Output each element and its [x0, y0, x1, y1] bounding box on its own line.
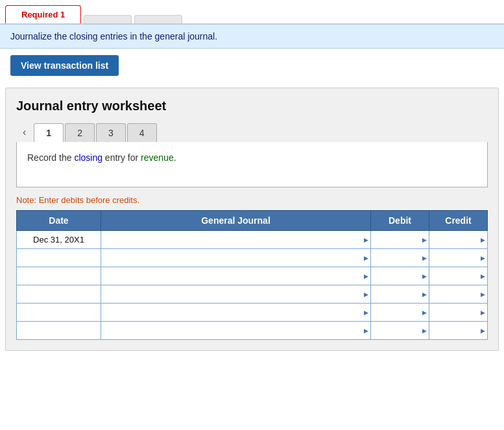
entry-tab-3[interactable]: 3 — [96, 123, 126, 142]
journal-cell-3[interactable] — [101, 267, 371, 285]
table-row: Dec 31, 20X1 — [17, 231, 488, 249]
journal-cell-2[interactable] — [101, 249, 371, 267]
credit-input-2[interactable] — [429, 249, 487, 267]
header-journal: General Journal — [101, 211, 371, 231]
journal-input-1[interactable] — [101, 231, 370, 248]
credit-cell-1[interactable] — [429, 231, 488, 249]
header-date: Date — [17, 211, 101, 231]
date-cell-6 — [17, 322, 101, 340]
info-bar: Journalize the closing entries in the ge… — [0, 24, 504, 49]
entry-tab-1[interactable]: 1 — [34, 123, 64, 142]
journal-input-5[interactable] — [101, 304, 370, 321]
journal-input-6[interactable] — [101, 322, 370, 339]
tab-required-1[interactable]: Required 1 — [5, 5, 81, 23]
credit-cell-5[interactable] — [429, 304, 488, 322]
instruction-highlight-revenue: revenue — [141, 152, 174, 163]
credit-input-5[interactable] — [429, 304, 487, 321]
journal-input-3[interactable] — [101, 267, 370, 285]
worksheet-container: Journal entry worksheet ‹ 1 2 3 4 Record… — [5, 88, 499, 351]
note-text: Note: Enter debits before credits. — [16, 195, 488, 205]
journal-input-2[interactable] — [101, 249, 370, 267]
journal-cell-6[interactable] — [101, 322, 371, 340]
table-row — [17, 249, 488, 267]
debit-cell-6[interactable] — [371, 322, 429, 340]
date-cell-4 — [17, 285, 101, 304]
tab-blank-2[interactable] — [134, 15, 182, 23]
date-cell-1: Dec 31, 20X1 — [17, 231, 101, 249]
tab-blank-1[interactable] — [84, 15, 132, 23]
debit-input-3[interactable] — [371, 267, 429, 285]
table-row — [17, 285, 488, 304]
debit-cell-4[interactable] — [371, 285, 429, 304]
table-row — [17, 267, 488, 285]
instruction-text: Record the closing entry for revenue. — [27, 152, 176, 163]
date-cell-5 — [17, 304, 101, 322]
debit-cell-2[interactable] — [371, 249, 429, 267]
journal-cell-1[interactable] — [101, 231, 371, 249]
debit-input-1[interactable] — [371, 231, 429, 248]
entry-tab-prev-button[interactable]: ‹ — [16, 123, 32, 142]
table-row — [17, 322, 488, 340]
instruction-highlight-closing: closing — [74, 152, 102, 163]
journal-input-4[interactable] — [101, 285, 370, 303]
debit-input-2[interactable] — [371, 249, 429, 267]
header-credit: Credit — [429, 211, 488, 231]
entry-tabs: ‹ 1 2 3 4 — [16, 123, 488, 142]
credit-cell-2[interactable] — [429, 249, 488, 267]
entry-tab-2[interactable]: 2 — [65, 123, 95, 142]
debit-input-6[interactable] — [371, 322, 429, 339]
view-transaction-button[interactable]: View transaction list — [10, 55, 119, 76]
credit-cell-6[interactable] — [429, 322, 488, 340]
instruction-box: Record the closing entry for revenue. — [16, 142, 488, 187]
top-tabs-bar: Required 1 — [0, 0, 504, 24]
info-bar-text: Journalize the closing entries in the ge… — [10, 31, 217, 42]
credit-cell-4[interactable] — [429, 285, 488, 304]
worksheet-title: Journal entry worksheet — [16, 99, 488, 113]
debit-cell-3[interactable] — [371, 267, 429, 285]
journal-table: Date General Journal Debit Credit Dec 31… — [16, 210, 488, 340]
date-cell-2 — [17, 249, 101, 267]
journal-cell-5[interactable] — [101, 304, 371, 322]
debit-cell-5[interactable] — [371, 304, 429, 322]
credit-input-3[interactable] — [429, 267, 487, 285]
entry-tab-4[interactable]: 4 — [127, 123, 157, 142]
button-bar: View transaction list — [0, 49, 504, 82]
debit-input-5[interactable] — [371, 304, 429, 321]
credit-input-6[interactable] — [429, 322, 487, 339]
table-row — [17, 304, 488, 322]
credit-input-1[interactable] — [429, 231, 487, 248]
debit-input-4[interactable] — [371, 285, 429, 303]
credit-input-4[interactable] — [429, 285, 487, 303]
debit-cell-1[interactable] — [371, 231, 429, 249]
journal-cell-4[interactable] — [101, 285, 371, 304]
table-header-row: Date General Journal Debit Credit — [17, 211, 488, 231]
date-cell-3 — [17, 267, 101, 285]
header-debit: Debit — [371, 211, 429, 231]
credit-cell-3[interactable] — [429, 267, 488, 285]
